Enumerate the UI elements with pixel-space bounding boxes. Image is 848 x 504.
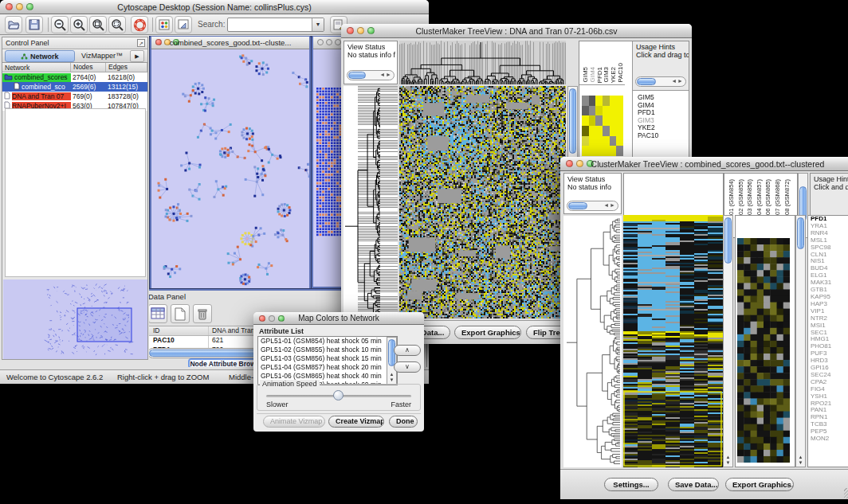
tv1-column-labels: GIM5GIM4PFD1GIM3YKE2PAC10 xyxy=(579,41,625,85)
search-input[interactable]: ▼ xyxy=(227,18,324,32)
column-label: GIM5 xyxy=(582,67,589,83)
control-panel: Control Panel ↗ Network VizMapper™ ▶ Net… xyxy=(2,37,148,360)
column-label: YKE2 xyxy=(610,67,617,83)
tv1-status-hscrollbar[interactable]: ◄► xyxy=(347,70,395,80)
tv1-titlebar[interactable]: ClusterMaker TreeView : DNA and Tran 07-… xyxy=(341,24,692,38)
gene-label[interactable]: MON2 xyxy=(808,436,848,443)
attribute-list-item[interactable]: GPL51-04 (GSM857) heat shock 20 min xyxy=(258,363,397,372)
open-icon[interactable] xyxy=(5,16,22,33)
export-graphics-button[interactable]: Export Graphics... xyxy=(725,478,794,491)
tv1-heatmap[interactable] xyxy=(399,86,566,318)
birdseye-view[interactable] xyxy=(3,279,147,359)
animate-vizmap-button[interactable]: Animate Vizmap xyxy=(263,416,325,428)
tv2-status-hscrollbar[interactable]: ◄► xyxy=(567,201,618,211)
slider-thumb[interactable] xyxy=(333,390,344,400)
node-attribute-browser-tab[interactable]: Node Attribute Brows xyxy=(188,358,261,367)
minimize-button[interactable] xyxy=(326,39,332,45)
done-button[interactable]: Done xyxy=(389,416,418,428)
close-button[interactable] xyxy=(317,39,324,45)
network-frame-titlebar[interactable]: combined_scores_good.txt--cluste... xyxy=(151,37,309,49)
network-frame-title: combined_scores_good.txt--cluste... xyxy=(151,38,309,47)
folder-icon xyxy=(4,73,13,82)
network-view-icon[interactable] xyxy=(175,16,192,33)
tab-overflow-button[interactable]: ▶ xyxy=(130,50,144,62)
tv2-row-dendrogram[interactable] xyxy=(563,216,622,467)
tv1-row-dendrogram[interactable] xyxy=(344,86,398,318)
tv1-usage-hscrollbar[interactable]: ◄► xyxy=(635,76,686,87)
zoom-fit-icon[interactable] xyxy=(89,16,107,33)
tv1-usage-hints-panel: Usage Hints Click and drag to ◄► xyxy=(633,41,689,91)
attribute-list[interactable]: GPL51-01 (GSM854) heat shock 05 minGPL51… xyxy=(257,336,398,385)
network-table-header: Network Nodes Edges xyxy=(2,63,147,72)
plugins-icon[interactable] xyxy=(155,16,173,33)
tv1-title: ClusterMaker TreeView : DNA and Tran 07-… xyxy=(341,26,692,36)
tv2-title: ClusterMaker TreeView : combined_scores_… xyxy=(560,159,848,169)
network-canvas[interactable] xyxy=(151,49,309,288)
zoom-selected-icon[interactable] xyxy=(108,16,126,33)
save-data-button[interactable]: Save Data... xyxy=(668,478,719,491)
tab-vizmapper[interactable]: VizMapper™ xyxy=(77,50,127,62)
status-welcome: Welcome to Cytoscape 2.6.2 xyxy=(6,373,103,381)
zoom-button[interactable] xyxy=(335,39,341,45)
undock-icon[interactable]: ↗ xyxy=(137,39,145,47)
tv2-heatmap[interactable] xyxy=(623,215,723,467)
tv2-zoom-panel xyxy=(735,215,795,467)
tv2-titlebar[interactable]: ClusterMaker TreeView : combined_scores_… xyxy=(560,157,848,171)
new-page-icon[interactable] xyxy=(171,304,190,323)
save-icon[interactable] xyxy=(26,16,43,33)
dialog-titlebar[interactable]: Map Colors to Network xyxy=(253,312,424,325)
control-panel-header: Control Panel xyxy=(2,37,147,49)
network-table: Network Nodes Edges combined_scores 2764… xyxy=(2,63,147,111)
settings-button[interactable]: Settings... xyxy=(604,478,658,491)
trash-icon[interactable] xyxy=(193,304,212,323)
move-up-button[interactable]: ∧ xyxy=(394,345,421,356)
move-down-button[interactable]: ∨ xyxy=(394,361,421,373)
tab-network[interactable]: Network xyxy=(5,50,75,62)
search-dropdown-icon[interactable]: ▼ xyxy=(312,18,324,31)
export-graphics-button[interactable]: Export Graphics... xyxy=(454,326,521,339)
tv2-view-status-panel: View Status No status info ◄► xyxy=(563,173,622,214)
main-window-title: Cytoscape Desktop (Session Name: collins… xyxy=(0,2,429,12)
file-icon xyxy=(14,82,20,92)
network-view-frame[interactable]: combined_scores_good.txt--cluste... xyxy=(150,36,311,288)
create-vizmap-button[interactable]: Create Vizmap xyxy=(328,416,384,428)
tv2-gene-list: PFD1YRA1RNR4MSL1SPC98CLN1NIS1BUD4ELG1MAK… xyxy=(807,215,848,467)
status-zoom-hint: Right-click + drag to ZOOM xyxy=(117,373,209,381)
desktop: Cytoscape Desktop (Session Name: collins… xyxy=(0,0,848,504)
map-colors-dialog: Map Colors to Network Attribute List GPL… xyxy=(253,312,424,432)
animation-speed-label: Animation Speed xyxy=(260,380,320,388)
tv1-global-matrix[interactable] xyxy=(582,96,623,156)
main-titlebar[interactable]: Cytoscape Desktop (Session Name: collins… xyxy=(0,0,429,14)
column-label: GIM4 xyxy=(589,67,596,83)
network-row-combined-sco-selected[interactable]: combined_sco 2569(6) 13112(15) xyxy=(2,82,147,92)
file-icon xyxy=(4,92,10,101)
dialog-title: Map Colors to Network xyxy=(253,314,424,322)
tv2-bottombar: Settings... Save Data... Export Graphics… xyxy=(560,469,848,499)
tv2-zoom-heatmap[interactable] xyxy=(737,238,790,463)
tv1-column-dendrogram[interactable] xyxy=(399,41,566,84)
table-icon[interactable] xyxy=(149,304,167,323)
control-panel-tabs: Network VizMapper™ ▶ xyxy=(2,49,147,63)
resize-grip[interactable] xyxy=(844,488,848,498)
tv1-view-status-panel: View Status No status info f ◄► xyxy=(344,41,398,84)
attribute-list-item[interactable]: GPL51-01 (GSM854) heat shock 05 min xyxy=(258,337,397,346)
attribute-list-item[interactable]: GPL51-02 (GSM855) heat shock 10 min xyxy=(258,346,397,354)
attribute-list-item[interactable]: GPL51-03 (GSM856) heat shock 15 min xyxy=(258,354,397,363)
attribute-list-label: Attribute List xyxy=(259,327,304,335)
network-row-combined-scores[interactable]: combined_scores 2764(0) 16218(0) xyxy=(2,72,147,82)
tv2-zoom-scrollbar[interactable]: ▲▼ xyxy=(795,215,806,467)
help-ring-icon[interactable] xyxy=(131,16,148,33)
gene-label[interactable]: PAC10 xyxy=(635,132,658,140)
treeview-combined-window: ClusterMaker TreeView : combined_scores_… xyxy=(560,157,848,499)
tv2-heatmap-scrollbar[interactable]: ▲▼ xyxy=(723,215,733,467)
attribute-list-scrollbar[interactable]: ▲▼ xyxy=(387,337,397,385)
slower-label: Slower xyxy=(266,400,289,408)
search-label: Search: xyxy=(198,20,225,29)
network-list-empty-area xyxy=(5,108,146,277)
faster-label: Faster xyxy=(391,400,411,408)
network-row-dna-tran[interactable]: DNA and Tran 07 769(0) 183728(0) xyxy=(2,92,147,101)
zoom-in-icon[interactable] xyxy=(70,16,88,33)
tv1-gene-list: GIM5GIM4PFD1GIM3YKE2PAC10 xyxy=(635,94,658,139)
zoom-out-icon[interactable] xyxy=(51,16,69,33)
column-label: PAC10 xyxy=(617,63,624,83)
